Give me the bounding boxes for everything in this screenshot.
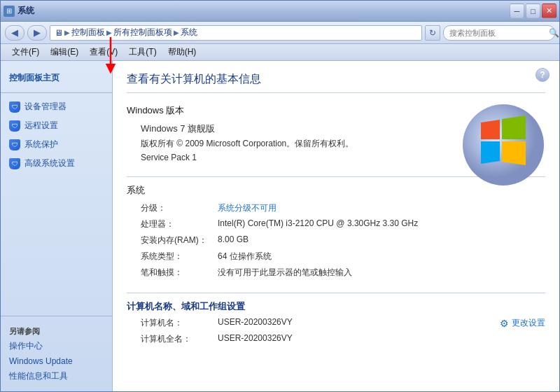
computer-section-title: 计算机名称、域和工作组设置 [127, 300, 545, 313]
back-button[interactable]: ◀ [5, 25, 24, 41]
also-see-title: 另请参阅 [1, 321, 112, 338]
system-block: 系统 分级： 系统分级不可用 处理器： Intel(R) Core(TM) i3… [127, 184, 545, 279]
value-processor: Intel(R) Core(TM) i3-2120 CPU @ 3.30GHz … [218, 218, 418, 228]
menu-help[interactable]: 帮助(H) [162, 45, 202, 59]
sidebar-item-remote[interactable]: 🛡 远程设置 [1, 116, 112, 135]
help-button[interactable]: ? [536, 68, 550, 82]
shield-icon-4: 🛡 [9, 158, 20, 169]
path-home-icon: 🖥 [55, 28, 63, 38]
sidebar-label-3: 系统保护 [24, 139, 58, 150]
row-ram: 安装内存(RAM)： 8.00 GB [127, 234, 545, 246]
forward-button[interactable]: ▶ [27, 25, 47, 41]
label-touch: 笔和触摸： [141, 267, 218, 279]
main-window: ⊞ 系统 ─ □ ✕ ◀ ▶ 🖥 ▶ 控制面板 ▶ 所有控制面板项 ▶ 系统 ↻… [0, 0, 560, 392]
path-arrow-3: ▶ [174, 29, 179, 36]
search-box[interactable]: 🔍 [443, 25, 555, 41]
sidebar-label-1: 设备管理器 [24, 101, 66, 113]
window-title: 系统 [18, 5, 510, 17]
sidebar-action-center[interactable]: 操作中心 [1, 338, 112, 354]
value-rating[interactable]: 系统分级不可用 [218, 202, 276, 214]
sidebar-item-advanced[interactable]: 🛡 高级系统设置 [1, 154, 112, 173]
title-bar: ⊞ 系统 ─ □ ✕ [1, 1, 559, 22]
menu-tools[interactable]: 工具(T) [123, 45, 162, 59]
label-ram: 安装内存(RAM)： [141, 234, 218, 246]
address-path[interactable]: 🖥 ▶ 控制面板 ▶ 所有控制面板项 ▶ 系统 [50, 25, 422, 41]
value-system-type: 64 位操作系统 [218, 251, 272, 262]
sidebar: 控制面板主页 🛡 设备管理器 🛡 远程设置 🛡 系统保护 🛡 高级系统设置 另请… [1, 61, 113, 391]
sidebar-divider-1 [1, 92, 112, 93]
sidebar-item-device-manager[interactable]: 🛡 设备管理器 [1, 97, 112, 116]
change-settings-button[interactable]: ⚙ 更改设置 [500, 317, 545, 329]
windows-logo [461, 103, 545, 187]
row-processor: 处理器： Intel(R) Core(TM) i3-2120 CPU @ 3.3… [127, 218, 545, 230]
menu-bar: 文件(F) 编辑(E) 查看(V) 工具(T) 帮助(H) [1, 44, 559, 61]
label-computer-name: 计算机名： [141, 317, 218, 329]
sidebar-label-2: 远程设置 [24, 120, 58, 132]
sidebar-perf-info[interactable]: 性能信息和工具 [1, 368, 112, 384]
value-computer-name: USER-20200326VY [218, 317, 293, 327]
row-system-type: 系统类型： 64 位操作系统 [127, 251, 545, 262]
menu-edit[interactable]: 编辑(E) [45, 45, 84, 59]
row-computer-name: 计算机名： USER-20200326VY ⚙ 更改设置 [127, 317, 545, 329]
search-input[interactable] [449, 29, 546, 37]
label-system-type: 系统类型： [141, 251, 218, 262]
shield-icon-1: 🛡 [9, 102, 20, 113]
minimize-button[interactable]: ─ [510, 4, 524, 18]
content-area: ? 查看有关计算机的基本信息 [113, 61, 559, 391]
gear-icon: ⚙ [500, 318, 509, 329]
value-touch: 没有可用于此显示器的笔或触控输入 [218, 267, 352, 279]
path-control-panel[interactable]: 控制面板 [71, 27, 105, 38]
path-arrow-1: ▶ [64, 29, 70, 36]
sidebar-divider-2 [1, 316, 112, 316]
close-button[interactable]: ✕ [542, 4, 556, 18]
label-rating: 分级： [141, 202, 218, 214]
path-system[interactable]: 系统 [181, 27, 197, 38]
path-all-items[interactable]: 所有控制面板项 [113, 27, 172, 38]
row-computer-fullname: 计算机全名： USER-20200326VY [127, 333, 545, 345]
label-processor: 处理器： [141, 218, 218, 230]
menu-file[interactable]: 文件(F) [6, 45, 45, 59]
refresh-button[interactable]: ↻ [425, 25, 440, 41]
value-computer-fullname: USER-20200326VY [218, 333, 293, 343]
sidebar-item-protection[interactable]: 🛡 系统保护 [1, 135, 112, 154]
window-icon: ⊞ [4, 6, 15, 17]
sidebar-windows-update[interactable]: Windows Update [1, 354, 112, 368]
page-title: 查看有关计算机的基本信息 [127, 72, 545, 93]
computer-block: 计算机名称、域和工作组设置 计算机名： USER-20200326VY ⚙ 更改… [127, 300, 545, 345]
label-computer-fullname: 计算机全名： [141, 333, 218, 345]
row-rating: 分级： 系统分级不可用 [127, 202, 545, 214]
value-ram: 8.00 GB [218, 234, 248, 244]
shield-icon-3: 🛡 [9, 139, 20, 150]
menu-view[interactable]: 查看(V) [84, 45, 123, 59]
sidebar-main-link[interactable]: 控制面板主页 [1, 68, 112, 88]
window-controls: ─ □ ✕ [510, 4, 556, 18]
change-settings-label: 更改设置 [512, 317, 545, 329]
main-layout: 控制面板主页 🛡 设备管理器 🛡 远程设置 🛡 系统保护 🛡 高级系统设置 另请… [1, 61, 559, 391]
search-icon: 🔍 [549, 28, 559, 38]
sidebar-label-4: 高级系统设置 [24, 158, 75, 169]
address-bar: ◀ ▶ 🖥 ▶ 控制面板 ▶ 所有控制面板项 ▶ 系统 ↻ 🔍 [1, 22, 559, 44]
row-touch: 笔和触摸： 没有可用于此显示器的笔或触控输入 [127, 267, 545, 279]
path-arrow-2: ▶ [106, 29, 112, 36]
shield-icon-2: 🛡 [9, 120, 20, 132]
maximize-button[interactable]: □ [526, 4, 540, 18]
section-divider-2 [127, 293, 545, 293]
